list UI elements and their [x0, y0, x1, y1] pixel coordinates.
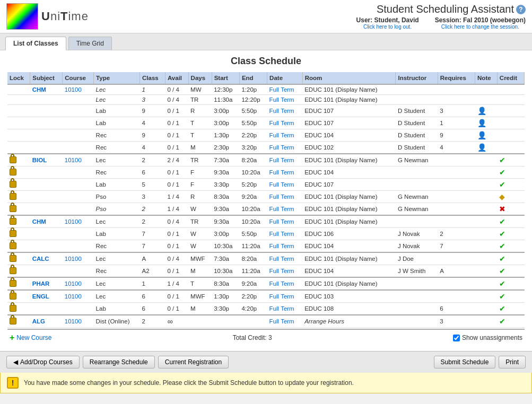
cell-course: 10100 [63, 252, 94, 265]
cell-lock[interactable] [7, 203, 30, 216]
cell-lock[interactable] [7, 215, 30, 228]
cell-start: 9:30a [212, 166, 239, 179]
lock-icon[interactable] [10, 169, 16, 175]
course-link[interactable]: 10100 [65, 218, 82, 225]
lock-icon[interactable] [10, 293, 16, 300]
date-link[interactable]: Full Term [269, 231, 294, 237]
lock-icon[interactable] [10, 318, 16, 324]
lock-icon[interactable] [10, 255, 16, 262]
cell-start: 2:30p [212, 142, 239, 154]
subject-link[interactable]: ENGL [32, 293, 49, 300]
cell-lock[interactable] [7, 315, 30, 328]
lock-icon[interactable] [10, 193, 16, 200]
change-session-link[interactable]: Click here to change the session. [435, 24, 526, 30]
lock-icon[interactable] [10, 242, 16, 249]
tab-time-grid[interactable]: Time Grid [68, 37, 112, 50]
cell-start: 3:00p [212, 105, 239, 117]
show-unassign-checkbox[interactable] [453, 335, 460, 341]
cell-lock[interactable] [7, 228, 30, 240]
cell-days: M [188, 303, 212, 315]
date-link[interactable]: Full Term [269, 305, 294, 312]
date-link[interactable]: Full Term [269, 318, 294, 324]
date-link[interactable]: Full Term [269, 86, 294, 93]
logo-text: UniTime [41, 10, 89, 23]
lock-icon[interactable] [10, 230, 16, 237]
course-link[interactable]: 10100 [65, 280, 82, 287]
cell-lock[interactable] [7, 240, 30, 253]
date-link[interactable]: Full Term [269, 243, 294, 249]
lock-icon[interactable] [10, 181, 16, 188]
cell-date: Full Term [267, 105, 303, 117]
subject-link[interactable]: CALC [32, 256, 49, 262]
cell-lock[interactable] [7, 265, 30, 278]
date-link[interactable]: Full Term [269, 96, 294, 103]
rearrange-button[interactable]: Rearrange Schedule [83, 356, 155, 368]
cell-lock[interactable] [7, 191, 30, 203]
logout-link[interactable]: Click here to log out. [356, 24, 419, 30]
cell-lock[interactable] [7, 303, 30, 315]
cell-lock[interactable] [7, 154, 30, 166]
date-link[interactable]: Full Term [269, 206, 294, 212]
cell-days: W [188, 240, 212, 253]
date-link[interactable]: Full Term [269, 280, 294, 287]
course-link[interactable]: 10100 [65, 293, 82, 300]
subject-link[interactable]: CHM [32, 86, 46, 93]
lock-icon[interactable] [10, 267, 16, 274]
course-link[interactable]: 10100 [65, 157, 82, 163]
date-link[interactable]: Full Term [269, 218, 294, 225]
course-link[interactable]: 10100 [65, 318, 82, 324]
add-drop-button[interactable]: ◀ Add/Drop Courses [6, 356, 80, 368]
cell-room: EDUC 104 [302, 166, 396, 179]
status-check-icon: ✔ [499, 317, 505, 326]
cell-type: Lab [94, 303, 140, 315]
lock-icon[interactable] [10, 218, 16, 225]
cell-lock[interactable] [7, 252, 30, 265]
cell-note: 👤 [475, 129, 498, 142]
cell-lock[interactable] [7, 166, 30, 179]
lock-icon[interactable] [10, 280, 16, 287]
course-link[interactable]: 10100 [65, 256, 82, 262]
lock-icon[interactable] [10, 205, 16, 212]
submit-schedule-button[interactable]: Submit Schedule [434, 356, 496, 368]
cell-class: 7 [140, 240, 165, 253]
subject-link[interactable]: CHM [32, 218, 46, 225]
cell-days [188, 315, 212, 328]
date-link[interactable]: Full Term [269, 132, 294, 138]
date-link[interactable]: Full Term [269, 169, 294, 175]
cell-room: EDUC 101 (Display Name) [302, 252, 396, 265]
cell-course [63, 265, 94, 278]
cell-lock[interactable] [7, 277, 30, 290]
subject-link[interactable]: BIOL [32, 157, 47, 163]
date-link[interactable]: Full Term [269, 293, 294, 300]
cell-course [63, 203, 94, 216]
cell-note [475, 191, 498, 203]
col-avail: Avail [165, 72, 188, 84]
cell-lock[interactable] [7, 179, 30, 191]
cell-date: Full Term [267, 129, 303, 142]
date-link[interactable]: Full Term [269, 144, 294, 151]
date-link[interactable]: Full Term [269, 256, 294, 262]
cell-date: Full Term [267, 166, 303, 179]
date-link[interactable]: Full Term [269, 157, 294, 163]
subject-link[interactable]: ALG [32, 318, 45, 324]
lock-icon[interactable] [10, 156, 16, 163]
date-link[interactable]: Full Term [269, 108, 294, 114]
date-link[interactable]: Full Term [269, 120, 294, 126]
cell-date: Full Term [267, 203, 303, 216]
print-button[interactable]: Print [499, 356, 526, 368]
cell-avail: 0 / 1 [165, 142, 188, 154]
cell-lock[interactable] [7, 290, 30, 303]
cell-date: Full Term [267, 95, 303, 105]
date-link[interactable]: Full Term [269, 194, 294, 200]
subject-link[interactable]: PHAR [32, 280, 50, 287]
tab-list-of-classes[interactable]: List of Classes [5, 37, 66, 50]
cell-class: 1 [140, 277, 165, 290]
date-link[interactable]: Full Term [269, 268, 294, 274]
table-row: Pso31 / 4R8:30a9:20aFull TermEDUC 101 (D… [7, 191, 525, 203]
help-icon[interactable]: ? [516, 5, 526, 14]
lock-icon[interactable] [10, 305, 16, 312]
current-registration-button[interactable]: Current Registration [158, 356, 229, 368]
new-course-button[interactable]: + New Course [10, 333, 51, 342]
date-link[interactable]: Full Term [269, 181, 294, 188]
course-link[interactable]: 10100 [65, 86, 82, 93]
